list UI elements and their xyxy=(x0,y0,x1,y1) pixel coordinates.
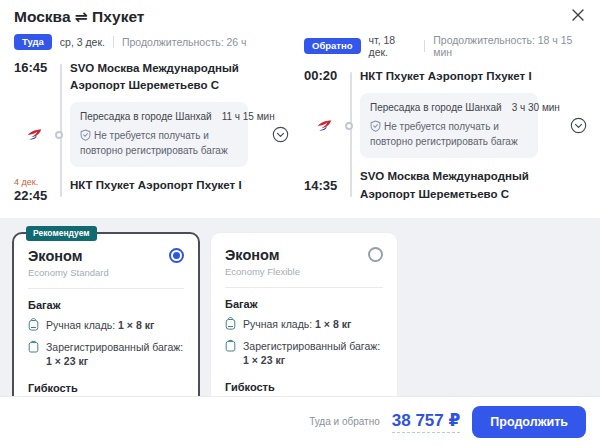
arrive-time: 14:35 xyxy=(304,178,344,193)
return-flight: 00:20 НКТ Пхукет Аэропорт Пхукет I Перес… xyxy=(304,68,590,203)
chevron-down-icon[interactable] xyxy=(268,126,292,143)
fare-title: Эконом xyxy=(28,248,109,264)
spacer xyxy=(566,168,590,203)
divider xyxy=(113,36,114,48)
depart-time: 00:20 xyxy=(304,68,344,85)
transfer-row: Пересадка в городе Шанхай 3 ч 30 мин Не … xyxy=(304,93,590,158)
flexibility-heading: Гибкость xyxy=(28,382,184,394)
timeline-line xyxy=(350,72,352,197)
chevron-down-icon[interactable] xyxy=(566,117,590,134)
transfer-title: Пересадка в городе Шанхай xyxy=(370,102,502,113)
timeline-cell xyxy=(54,177,70,203)
timeline-cell xyxy=(344,68,360,85)
divider xyxy=(28,288,184,289)
transfer-note: Не требуется получать и повторно регистр… xyxy=(80,128,238,158)
depart-airport: SVO Москва Международный Аэропорт Шереме… xyxy=(70,60,268,95)
arrive-airport: SVO Москва Международный Аэропорт Шереме… xyxy=(360,168,566,203)
return-badge: Обратно xyxy=(304,38,361,54)
fare-section: Рекомендуем Эконом Economy Standard Бага… xyxy=(0,218,600,396)
backpack-icon xyxy=(225,317,237,334)
flexibility-heading: Гибкость xyxy=(225,381,383,393)
transfer-stop-icon xyxy=(345,122,353,130)
shield-check-icon xyxy=(370,120,381,132)
total-price[interactable]: 38 757 ₽ xyxy=(392,410,461,433)
airline-logo-icon xyxy=(304,117,344,134)
recommended-badge: Рекомендуем xyxy=(26,226,97,241)
transfer-stop-icon xyxy=(55,131,63,139)
transfer-info-box: Пересадка в городе Шанхай 11 ч 15 мин Не… xyxy=(70,102,248,167)
spacer xyxy=(268,177,292,203)
total-label: Туда и обратно xyxy=(309,416,380,427)
outbound-header: Туда ср, 3 дек. Продолжительность: 26 ч xyxy=(14,34,292,50)
outbound-badge: Туда xyxy=(14,34,52,50)
transfer-info-box: Пересадка в городе Шанхай 3 ч 30 мин Не … xyxy=(360,93,538,158)
outbound-duration: Продолжительность: 26 ч xyxy=(122,36,247,48)
backpack-icon xyxy=(28,318,40,335)
transfer-row: Пересадка в городе Шанхай 11 ч 15 мин Не… xyxy=(14,102,292,167)
transfer-duration: 11 ч 15 мин xyxy=(222,111,275,122)
arrive-time: 22:45 xyxy=(14,188,54,203)
page-title: Москва ⇌ Пхукет xyxy=(14,8,144,26)
suitcase-icon xyxy=(28,340,40,357)
transfer-note: Не требуется получать и повторно регистр… xyxy=(370,119,528,149)
outbound-panel: Туда ср, 3 дек. Продолжительность: 26 ч … xyxy=(14,34,292,203)
timeline-cell xyxy=(54,60,70,95)
transfer-title: Пересадка в городе Шанхай xyxy=(80,111,212,122)
radio-button[interactable] xyxy=(169,248,184,263)
baggage-heading: Багаж xyxy=(225,298,383,310)
fare-subtitle: Economy Flexible xyxy=(225,266,300,277)
fare-card-economy-flexible[interactable]: Эконом Economy Flexible Багаж Ручная кла… xyxy=(210,232,398,396)
baggage-item: Ручная кладь: 1 × 8 кг xyxy=(28,318,184,335)
outbound-flight: 16:45 SVO Москва Международный Аэропорт … xyxy=(14,60,292,204)
arrive-date-label: 4 дек. xyxy=(14,177,54,187)
divider xyxy=(225,287,383,288)
baggage-item: Зарегистрированный багаж: 1 × 23 кг xyxy=(28,340,184,369)
fare-title: Эконом xyxy=(225,247,300,263)
divider xyxy=(424,40,425,52)
suitcase-icon xyxy=(225,339,237,356)
close-icon[interactable] xyxy=(566,4,590,28)
fare-card-economy-standard[interactable]: Рекомендуем Эконом Economy Standard Бага… xyxy=(12,232,200,396)
fare-subtitle: Economy Standard xyxy=(28,267,109,278)
return-duration: Продолжительность: 18 ч 15 мин xyxy=(433,34,590,58)
baggage-item: Ручная кладь: 1 × 8 кг xyxy=(225,317,383,334)
baggage-item: Зарегистрированный багаж: 1 × 23 кг xyxy=(225,339,383,368)
spacer xyxy=(268,60,292,95)
flight-details-modal: Москва ⇌ Пхукет Туда ср, 3 дек. Продолжи… xyxy=(0,0,600,446)
outbound-date: ср, 3 дек. xyxy=(60,36,105,48)
footer-bar: Туда и обратно 38 757 ₽ Продолжить xyxy=(0,396,600,446)
arrive-airport: НКТ Пхукет Аэропорт Пхукет I xyxy=(70,177,268,203)
depart-airport: НКТ Пхукет Аэропорт Пхукет I xyxy=(360,68,566,85)
radio-button[interactable] xyxy=(368,247,383,262)
depart-time: 16:45 xyxy=(14,60,54,95)
spacer xyxy=(566,68,590,85)
baggage-heading: Багаж xyxy=(28,299,184,311)
continue-button[interactable]: Продолжить xyxy=(472,406,586,438)
airline-logo-icon xyxy=(14,126,54,143)
shield-check-icon xyxy=(80,129,91,141)
return-header: Обратно чт, 18 дек. Продолжительность: 1… xyxy=(304,34,590,58)
return-date: чт, 18 дек. xyxy=(369,34,417,58)
transfer-duration: 3 ч 30 мин xyxy=(512,102,560,113)
timeline-cell xyxy=(344,168,360,203)
